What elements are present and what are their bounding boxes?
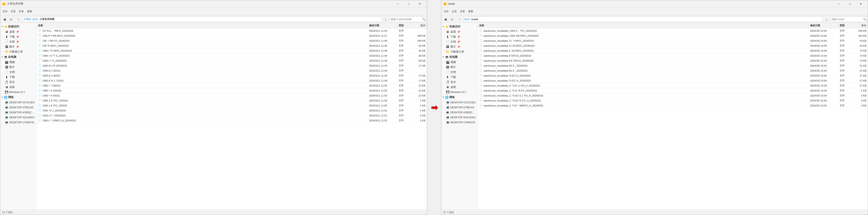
table-row[interactable]: 📄warehouse_resultdata_C *S-EC E FO_H_202… [478, 98, 868, 103]
left-search-box[interactable]: 🔍 [390, 16, 426, 22]
left-tab-home[interactable]: 主页 [9, 9, 17, 14]
right-tab-share[interactable]: 共享 [459, 9, 466, 14]
left-sidebar-item-pc2[interactable]: 💻 DESKTOP-HTBLIH2 [0, 105, 36, 110]
left-sidebar-item-dl2[interactable]: ⬇ 下载 [0, 75, 36, 79]
right-sidebar-item-desktop2[interactable]: 🖥 桌面 [441, 84, 477, 89]
table-row[interactable]: 📄warehouse_resultdata *S-EC H_20240316 2… [478, 73, 868, 78]
right-sidebar-item-documents[interactable]: 📄 文档 📌 [441, 39, 477, 44]
left-close-button[interactable]: ✕ [414, 1, 425, 7]
table-row[interactable]: 📄CM- I *MI FO_20240316 2024/3/11 11:48 文… [36, 38, 427, 43]
right-sidebar-item-pc1[interactable]: 💻 DESKTOP-CFJCOE3 [441, 100, 477, 105]
right-search-input[interactable] [832, 18, 863, 21]
right-up-button[interactable]: ↑ [456, 16, 463, 23]
right-breadcrumb-part1[interactable]: ECP [465, 18, 470, 21]
table-row[interactable]: 📄warehouse_resultdata_C *S-EC E 1 FO_H_2… [478, 93, 868, 98]
left-header-date[interactable]: 修改日期 [368, 23, 397, 28]
table-row[interactable]: 📄CMS-* * 240316 2024/3/11 11:50 文件 22 KB [36, 83, 427, 88]
right-tab-file[interactable]: 文件 [442, 9, 450, 14]
table-row[interactable]: 📄CK*S-E... *INFO_20240316 2024/3/11 11:4… [36, 28, 427, 33]
table-row[interactable]: 📄CMS-I C * 20240320 2024/3/11 11:51 文件 2… [36, 113, 427, 118]
left-sidebar-quick-access-header[interactable]: ▾ ⭐ 快速访问 [0, 24, 36, 29]
left-header-type[interactable]: 类型 [397, 23, 411, 28]
left-sidebar-item-pc5[interactable]: 💻 DESKTOP-U7HKV31 [0, 120, 36, 125]
table-row[interactable]: 📄CMs-P F*MI INFO_20240320 2024/3/11 11:4… [36, 33, 427, 38]
left-sidebar-item-music[interactable]: 🎵 音乐 [0, 79, 36, 84]
table-row[interactable]: 📄CMS-E 2 40320 2024/3/11 11:49 文件 17 KB [36, 73, 427, 78]
right-tab-home[interactable]: 主页 [451, 9, 458, 14]
right-sidebar-item-docs2[interactable]: 📄 文档 [441, 70, 477, 75]
left-breadcrumb-part1[interactable]: 入库前 [23, 17, 31, 21]
left-sidebar-item-desktop[interactable]: 🖥 桌面 📌 [0, 29, 36, 34]
right-refresh-button[interactable]: ⌄ [824, 16, 830, 23]
right-sidebar-network-header[interactable]: ▾ 🌐 网络 [441, 95, 477, 100]
right-sidebar-item-desktop[interactable]: 🖥 桌面 📌 [441, 29, 477, 34]
right-header-size[interactable]: 大小 [852, 23, 868, 28]
table-row[interactable]: 📄warehouse_resultdata_CMS-F... *FO_20240… [478, 28, 868, 33]
left-sidebar-item-desktop2[interactable]: 🖥 桌面 [0, 84, 36, 89]
left-sidebar-item-videos[interactable]: 🎬 视频 [0, 60, 36, 65]
right-sidebar-item-pc3[interactable]: 💻 DESKTOP-K3RQC9G [441, 110, 477, 115]
right-sidebar-item-videos[interactable]: 🎬 视频 [441, 60, 477, 65]
left-tab-file[interactable]: 文件 [1, 9, 9, 14]
table-row[interactable]: 📄CMS-I * *VINFO_H_20240331 2024/3/11 11:… [36, 118, 427, 123]
left-back-button[interactable]: ◀ [1, 16, 7, 23]
table-row[interactable]: 📄CMS 1 A *FO_240320 2024/3/11 11:50 文件 1… [36, 103, 427, 108]
left-search-input[interactable] [391, 18, 422, 21]
table-row[interactable]: 📄CM *P INFO_20240316 2024/3/11 11:48 文件 … [36, 43, 427, 48]
table-row[interactable]: 📄CMS-I S *T S_20240331 2024/3/11 11:48 文… [36, 53, 427, 58]
left-header-size[interactable]: 大小 [411, 23, 427, 28]
table-row[interactable]: 📄warehouse_resultdata_CMS VM INFO_202403… [478, 33, 868, 38]
right-forward-button[interactable]: ▶ [449, 16, 456, 23]
table-row[interactable]: 📄warehouse_resultdata *S-EC H_20240320 2… [478, 78, 868, 83]
right-back-button[interactable]: ◀ [442, 16, 448, 23]
right-sidebar-thispc-header[interactable]: ▾ 💻 此电脑 [441, 54, 477, 60]
left-tab-share[interactable]: 共享 [18, 9, 25, 14]
left-header-name[interactable]: 名称 [36, 23, 368, 28]
right-sidebar-item-dl2[interactable]: ⬇ 下载 [441, 75, 477, 79]
table-row[interactable]: 📄CMS-* H 240320 2024/3/11 11:50 文件 22 KB [36, 88, 427, 93]
table-row[interactable]: 📄CMS-Ex TIt 20240331 2024/3/11 11:49 文件 … [36, 63, 427, 68]
table-row[interactable]: 📄CMS I *P INFO_20240316 2024/3/11 11:48 … [36, 48, 427, 53]
left-up-button[interactable]: ↑ [15, 16, 22, 23]
table-row[interactable]: 📄warehouse_resultdata_C *S-E *A FO_20240… [478, 88, 868, 93]
right-search-box[interactable]: 🔍 [831, 16, 867, 22]
table-row[interactable]: 📄warehouse_resultdata S- ECINFO_20240331… [478, 48, 868, 53]
table-row[interactable]: 📄warehouse_resultdata_C *S-E * WINFO_H_2… [478, 103, 868, 108]
right-tab-view[interactable]: 查看 [467, 9, 474, 14]
table-row[interactable]: 📄warehouse_resultdata A TATUS_20240316 2… [478, 53, 868, 58]
left-sidebar-item-pics2[interactable]: 🖼 图片 [0, 65, 36, 70]
right-header-type[interactable]: 类型 [838, 23, 852, 28]
left-forward-button[interactable]: ▶ [8, 16, 14, 23]
right-sidebar-item-pc4[interactable]: 💻 DESKTOP-N21HGK2 [441, 115, 477, 120]
left-sidebar-item-pc4[interactable]: 💻 DESKTOP-N21HGK2 [0, 115, 36, 120]
right-minimize-button[interactable]: ─ [834, 1, 844, 7]
left-sidebar-item-pc3[interactable]: 💻 DESKTOP-K3RQC9G [0, 110, 36, 115]
left-search-button[interactable]: 🔍 [422, 18, 426, 21]
left-sidebar-item-drive[interactable]: 💾 Windows (C:) [0, 89, 36, 95]
table-row[interactable]: 📄CMS-E 2 40316 2024/3/11 11:49 文件 [36, 68, 427, 73]
left-sidebar-item-docs2[interactable]: 📄 文档 [0, 70, 36, 75]
left-breadcrumb-part2[interactable]: ECP [33, 18, 38, 21]
left-sidebar-item-pictures[interactable]: 🖼 图片 📌 [0, 44, 36, 49]
table-row[interactable]: 📄warehouse_resultdata_C *S-E LI CN_H_202… [478, 83, 868, 88]
table-row[interactable]: 📄warehouse_resultdata AS E _20240320 202… [478, 68, 868, 73]
table-row[interactable]: 📄warehouse_resultdata S-I ECINFO_2024031… [478, 43, 868, 48]
right-header-date[interactable]: 修改日期 [809, 23, 838, 28]
table-row[interactable]: 📄CMS 1 A *FO_*240316 2024/3/11 11:50 文件 … [36, 98, 427, 103]
left-tab-view[interactable]: 查看 [26, 9, 33, 14]
table-row[interactable]: 📄warehouse_resultdata AS E _20240316 202… [478, 63, 868, 68]
table-row[interactable]: 📄CMS-* H 40331 2024/3/11 11:50 文件 22 KB [36, 93, 427, 98]
right-header-name[interactable]: 名称 [478, 23, 809, 28]
right-close-button[interactable]: ✕ [856, 1, 866, 7]
right-sidebar-item-downloads[interactable]: ⬇ 下载 📌 [441, 34, 477, 39]
right-sidebar-quick-access-header[interactable]: ▾ ⭐ 快速访问 [441, 24, 477, 29]
left-maximize-button[interactable]: □ [404, 1, 414, 7]
right-search-button[interactable]: 🔍 [863, 18, 866, 21]
right-sidebar-item-pics2[interactable]: 🖼 图片 [441, 65, 477, 70]
table-row[interactable]: 📄CMS *O J_20240316 2024/3/11 11:51 文件 2 … [36, 108, 427, 113]
right-sidebar-item-music[interactable]: 🎵 音乐 [441, 79, 477, 84]
right-maximize-button[interactable]: □ [845, 1, 855, 7]
left-sidebar-item-documents[interactable]: 📄 文档 📌 [0, 39, 36, 44]
right-sidebar-item-drive[interactable]: 💾 Windows (C:) [441, 89, 477, 95]
right-sidebar-item-bigdata[interactable]: 📁 大数据入库 [441, 49, 477, 54]
